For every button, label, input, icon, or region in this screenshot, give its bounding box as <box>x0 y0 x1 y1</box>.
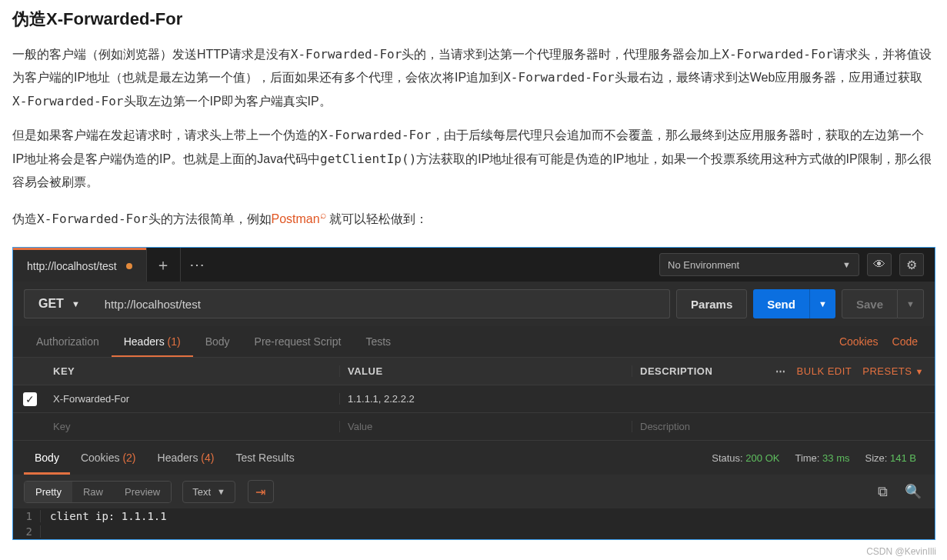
gear-icon: ⚙ <box>906 258 917 272</box>
tab-tests[interactable]: Tests <box>353 326 403 357</box>
resp-tab-cookies[interactable]: Cookies (2) <box>70 441 147 475</box>
code-line: client ip: 1.1.1.1 <box>41 510 167 522</box>
response-tabs: Body Cookies (2) Headers (4) Test Result… <box>13 441 935 475</box>
resp-tab-body[interactable]: Body <box>24 441 70 475</box>
environment-label: No Environment <box>668 259 739 271</box>
copy-button[interactable]: ⧉ <box>872 481 893 502</box>
preview-env-button[interactable]: 👁 <box>867 253 892 276</box>
settings-button[interactable]: ⚙ <box>899 253 924 276</box>
view-raw[interactable]: Raw <box>72 482 114 502</box>
table-header: KEY VALUE DESCRIPTION ⋯ Bulk Edit Preset… <box>13 358 935 385</box>
chevron-down-icon: ▼ <box>915 367 924 376</box>
tab-bar: http://localhost/test ＋ ⋯ No Environment… <box>13 248 935 282</box>
view-preview[interactable]: Preview <box>114 482 171 502</box>
wrap-icon: ⇥ <box>255 485 265 499</box>
article-p3: 伪造X-Forwarded-For头的方法很简单，例如Postman⌕ 就可以轻… <box>12 205 935 232</box>
copy-icon: ⧉ <box>878 484 888 500</box>
search-button[interactable]: 🔍 <box>902 481 924 502</box>
time-label: Time: <box>795 452 819 464</box>
tab-body[interactable]: Body <box>193 326 242 357</box>
table-row-empty[interactable]: Key Value Description <box>13 413 935 441</box>
request-row: GET ▼ http://localhost/test Params Send … <box>13 282 935 326</box>
tab-title: http://localhost/test <box>27 260 117 272</box>
postman-screenshot: http://localhost/test ＋ ⋯ No Environment… <box>12 247 935 540</box>
header-key-input[interactable]: X-Forwarded-For <box>47 393 339 405</box>
http-method-select[interactable]: GET ▼ <box>24 289 94 318</box>
external-link-icon: ⌕ <box>320 208 326 221</box>
chevron-down-icon: ▼ <box>217 487 225 496</box>
environment-select[interactable]: No Environment ▼ <box>659 253 859 276</box>
time-value: 33 ms <box>822 452 849 464</box>
bulk-edit-link[interactable]: Bulk Edit <box>797 365 852 377</box>
line-number: 1 <box>13 510 41 522</box>
status-value: 200 OK <box>745 452 779 464</box>
size-label: Size: <box>865 452 887 464</box>
response-view-bar: Pretty Raw Preview Text ▼ ⇥ ⧉ 🔍 <box>13 475 935 508</box>
wrap-toggle[interactable]: ⇥ <box>248 480 274 503</box>
watermark: CSDN @KevinIlli <box>866 546 936 557</box>
postman-link[interactable]: Postman <box>272 213 320 226</box>
content-type-label: Text <box>192 486 211 498</box>
tab-headers[interactable]: Headers (1) <box>112 326 193 357</box>
header-value-placeholder[interactable]: Value <box>339 421 632 432</box>
cookies-link[interactable]: Cookies <box>839 335 879 348</box>
save-dropdown[interactable]: ▼ <box>898 289 924 318</box>
header-desc-placeholder[interactable]: Description <box>632 421 935 432</box>
url-input[interactable]: http://localhost/test <box>94 289 670 318</box>
search-icon: 🔍 <box>905 483 922 500</box>
line-number: 2 <box>13 525 41 538</box>
params-button[interactable]: Params <box>676 289 747 318</box>
article-p2: 但是如果客户端在发起请求时，请求头上带上一个伪造的X-Forwarded-For… <box>12 124 935 194</box>
tab-options-button[interactable]: ⋯ <box>180 248 214 282</box>
size-value: 141 B <box>890 452 916 464</box>
more-icon[interactable]: ⋯ <box>775 365 786 377</box>
tab-prerequest[interactable]: Pre-request Script <box>242 326 354 357</box>
view-mode-segment: Pretty Raw Preview <box>24 481 172 503</box>
headers-table: KEY VALUE DESCRIPTION ⋯ Bulk Edit Preset… <box>13 357 935 441</box>
response-body[interactable]: 1client ip: 1.1.1.1 2 <box>13 508 935 539</box>
request-subtabs: Authorization Headers (1) Body Pre-reque… <box>13 326 935 357</box>
col-key: KEY <box>47 365 339 377</box>
tab-authorization[interactable]: Authorization <box>24 326 112 357</box>
new-tab-button[interactable]: ＋ <box>146 248 180 282</box>
resp-tab-headers[interactable]: Headers (4) <box>147 441 225 475</box>
header-key-placeholder[interactable]: Key <box>47 421 339 432</box>
chevron-down-icon: ▼ <box>72 299 80 308</box>
method-label: GET <box>38 297 64 311</box>
chevron-down-icon: ▼ <box>906 299 915 308</box>
chevron-down-icon: ▼ <box>842 260 851 269</box>
article-heading: 伪造X-Forwarded-For <box>12 8 935 31</box>
view-pretty[interactable]: Pretty <box>25 482 72 502</box>
chevron-down-icon: ▼ <box>819 299 827 308</box>
save-button[interactable]: Save <box>842 289 898 318</box>
request-tab[interactable]: http://localhost/test <box>13 248 146 282</box>
col-description: DESCRIPTION <box>640 365 712 377</box>
code-link[interactable]: Code <box>892 335 918 348</box>
send-button[interactable]: Send <box>753 289 809 318</box>
unsaved-dot-icon <box>126 263 132 269</box>
presets-dropdown[interactable]: Presets ▼ <box>862 365 924 377</box>
col-value: VALUE <box>339 365 632 377</box>
table-row[interactable]: ✓ X-Forwarded-For 1.1.1.1, 2.2.2.2 <box>13 385 935 413</box>
status-label: Status: <box>712 452 742 464</box>
article-p1: 一般的客户端（例如浏览器）发送HTTP请求是没有X-Forwarded-For头… <box>12 43 935 113</box>
send-dropdown[interactable]: ▼ <box>809 289 835 318</box>
resp-tab-tests[interactable]: Test Results <box>225 441 305 475</box>
content-type-select[interactable]: Text ▼ <box>182 481 235 503</box>
row-checkbox[interactable]: ✓ <box>23 392 37 406</box>
header-value-input[interactable]: 1.1.1.1, 2.2.2.2 <box>339 393 632 405</box>
eye-icon: 👁 <box>873 258 885 272</box>
